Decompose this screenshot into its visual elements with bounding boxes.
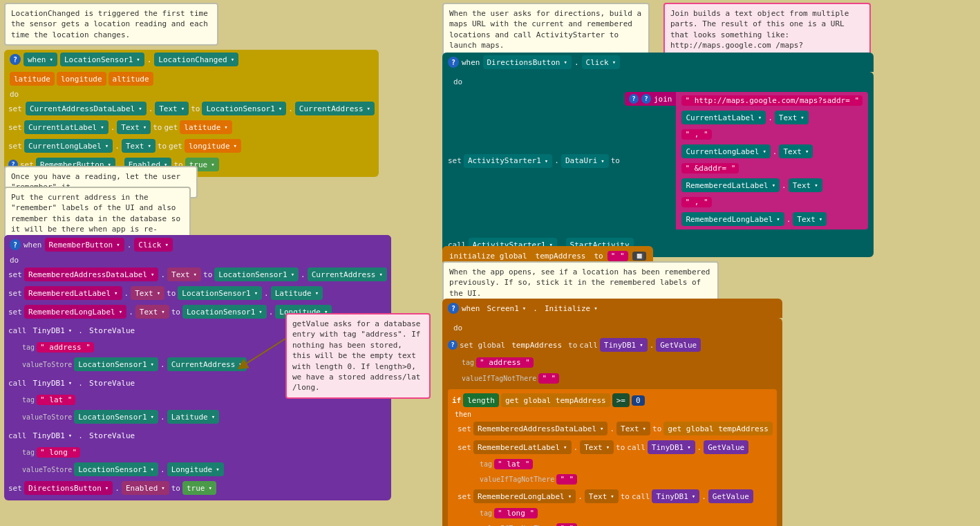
length-op[interactable]: length [463, 393, 499, 407]
remembered-lat-label[interactable]: RememberedLatLabel [24, 286, 122, 300]
current-address-label-comp[interactable]: CurrentAddressDataLabel [26, 102, 147, 115]
remembered-long-label[interactable]: RememberedLongLabel [24, 305, 126, 319]
get-global-temp-addr-2[interactable]: get global tempAddress [663, 422, 773, 435]
help-icon-4[interactable]: ? [448, 57, 459, 68]
longitude-store[interactable]: Longitude [167, 462, 224, 476]
location-sensor-comp-2[interactable]: LocationSensor1 [202, 102, 286, 115]
loc-sensor-comp-4[interactable]: LocationSensor1 [178, 286, 262, 300]
text-prop-3[interactable]: Text [122, 139, 156, 153]
get-value-1[interactable]: GetValue [656, 338, 701, 352]
tinydb-init-3[interactable]: TinyDB1 [652, 489, 699, 503]
tinydb-init-2[interactable]: TinyDB1 [648, 440, 695, 454]
empty-str-2: " " [556, 474, 577, 485]
screen1-comp[interactable]: Screen1 [483, 301, 531, 315]
text-prop-if-2[interactable]: Text [580, 440, 614, 454]
help-icon-7[interactable]: ? [448, 303, 459, 314]
help-icon-6[interactable]: ? [641, 94, 651, 104]
activity-starter-comp[interactable]: ActivityStarter1 [464, 154, 552, 168]
empty-str-1: " " [538, 373, 559, 384]
tinydb-comp-2[interactable]: TinyDB1 [29, 376, 77, 390]
help-icon-5[interactable]: ? [629, 94, 639, 104]
initialize-event[interactable]: Initialize [540, 301, 602, 315]
daddr-str: " &daddr= " [681, 163, 739, 173]
location-changed-event[interactable]: LocationChanged [154, 53, 238, 66]
get-latitude[interactable]: latitude [180, 120, 232, 134]
tag-long: " long " [37, 447, 80, 458]
text-prop-1[interactable]: Text [155, 102, 189, 115]
empty-string-global: " " [607, 251, 628, 261]
text-join-1[interactable]: Text [775, 111, 809, 124]
text-join-3[interactable]: Text [789, 178, 822, 192]
remembered-long-label-if[interactable]: RememberedLongLabel [473, 489, 576, 503]
latitude-store[interactable]: Latitude [167, 410, 219, 424]
comma-str-2: " , " [681, 197, 711, 207]
remembered-lat-label-join[interactable]: RememberedLatLabel [681, 178, 780, 192]
text-prop-2[interactable]: Text [117, 120, 151, 134]
tag-address-2: " address " [476, 357, 534, 368]
tinydb-init-1[interactable]: TinyDB1 [600, 338, 648, 352]
get-longitude[interactable]: longitude [185, 139, 241, 153]
store-value-1[interactable]: StoreValue [85, 323, 139, 337]
zero-val: 0 [632, 395, 645, 406]
current-addr-prop-2[interactable]: CurrentAddress [308, 267, 387, 281]
current-long-label[interactable]: CurrentLongLabel [24, 139, 113, 153]
location-changed-block: ? when LocationSensor1 . LocationChanged… [4, 50, 379, 177]
text-prop-if-3[interactable]: Text [585, 489, 619, 503]
text-join-2[interactable]: Text [779, 144, 813, 158]
text-prop-5[interactable]: Text [131, 286, 164, 300]
param-latitude: latitude [10, 72, 55, 86]
data-uri-prop[interactable]: DataUri [561, 154, 609, 168]
text-prop-if-1[interactable]: Text [616, 422, 650, 435]
directions-btn-comp[interactable]: DirectionsButton [24, 481, 113, 495]
tag-lat-2: " lat " [494, 459, 533, 469]
remembered-addr-label-if[interactable]: RememberedAddressDataLabel [473, 422, 608, 435]
comment-getvalue: getValue asks for a database entry with … [285, 313, 431, 399]
temp-addr-var-2[interactable]: tempAddress [507, 338, 566, 352]
current-address-prop[interactable]: CurrentAddress [295, 102, 375, 115]
help-icon[interactable]: ? [10, 54, 21, 65]
when-label[interactable]: when [23, 53, 57, 66]
store-value-3[interactable]: StoreValue [85, 429, 139, 442]
current-long-label-join[interactable]: CurrentLongLabel [681, 144, 770, 158]
current-lat-label-join[interactable]: CurrentLatLabel [681, 111, 766, 124]
latitude-prop[interactable]: Latitude [271, 286, 323, 300]
if-block: if length get global tempAddress >= 0 th… [448, 389, 777, 526]
gt-op[interactable]: >= [612, 393, 630, 407]
enabled-prop-2[interactable]: Enabled [122, 481, 169, 495]
click-event-2[interactable]: Click [582, 55, 621, 69]
location-sensor-comp[interactable]: LocationSensor1 [60, 53, 144, 66]
store-value-2[interactable]: StoreValue [85, 376, 139, 390]
temp-address-var[interactable]: tempAddress [531, 249, 590, 263]
canvas: LocationChanged is triggered the first t… [0, 0, 980, 526]
remembered-long-label-join[interactable]: RememberedLongLabel [681, 212, 784, 226]
text-join-4[interactable]: Text [793, 212, 827, 226]
click-event[interactable]: Click [134, 238, 173, 252]
help-icon-3[interactable]: ? [10, 239, 21, 250]
directions-button-block: ? when DirectionsButton . Click do set A… [442, 53, 874, 257]
tinydb-comp-1[interactable]: TinyDB1 [29, 323, 77, 337]
current-addr-store[interactable]: CurrentAddress [167, 357, 247, 371]
comment-location-changed: LocationChanged is triggered the first t… [4, 3, 218, 46]
tinydb-comp-3[interactable]: TinyDB1 [29, 429, 77, 442]
get-value-3[interactable]: GetValue [708, 489, 753, 503]
loc-sensor-store-3[interactable]: LocationSensor1 [74, 462, 158, 476]
remember-btn-comp[interactable]: RememberButton [45, 238, 124, 252]
remembered-lat-label-if[interactable]: RememberedLatLabel [473, 440, 572, 454]
loc-sensor-comp-5[interactable]: LocationSensor1 [182, 305, 267, 319]
loc-sensor-store-2[interactable]: LocationSensor1 [74, 410, 158, 424]
directions-btn-event-comp[interactable]: DirectionsButton [483, 55, 572, 69]
text-prop-6[interactable]: Text [135, 305, 169, 319]
loc-sensor-comp-3[interactable]: LocationSensor1 [214, 267, 299, 281]
help-icon-8[interactable]: ? [448, 340, 458, 350]
small-block-global: 🔲 [632, 252, 646, 261]
tag-long-2: " long " [494, 508, 538, 518]
true-val-2[interactable]: true [182, 481, 216, 495]
get-global-temp-addr[interactable]: get global tempAddress [501, 393, 610, 407]
loc-sensor-store-1[interactable]: LocationSensor1 [74, 357, 158, 371]
remembered-addr-label[interactable]: RememberedAddressDataLabel [24, 267, 159, 281]
get-value-2[interactable]: GetValue [704, 440, 748, 454]
tag-address: " address " [37, 342, 94, 353]
current-lat-label[interactable]: CurrentLatLabel [24, 120, 109, 134]
empty-str-3: " " [556, 523, 577, 526]
text-prop-4[interactable]: Text [167, 267, 201, 281]
